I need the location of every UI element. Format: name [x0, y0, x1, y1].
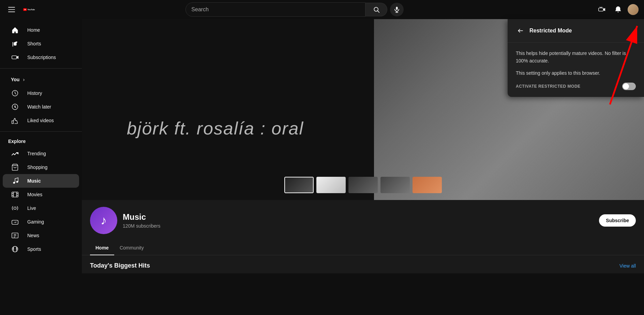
channel-section: ♪ Music 120M subscribers Subscribe: [82, 200, 644, 241]
thumbnail-4[interactable]: [380, 177, 410, 193]
svg-text:YouTube: YouTube: [27, 9, 35, 11]
svg-point-34: [16, 222, 16, 222]
tab-community[interactable]: Community: [114, 241, 149, 255]
search-input-container: [185, 2, 365, 17]
sidebar-item-news[interactable]: News: [3, 229, 79, 242]
header-left: YouTube: [5, 3, 87, 16]
svg-rect-15: [12, 56, 17, 59]
search-button[interactable]: [365, 3, 387, 16]
restricted-back-button[interactable]: [516, 26, 525, 35]
sidebar-item-shorts[interactable]: Shorts: [3, 37, 79, 51]
avatar[interactable]: [628, 4, 639, 15]
sidebar-shorts-label: Shorts: [27, 41, 41, 46]
sidebar-item-live[interactable]: Live: [3, 201, 79, 215]
svg-rect-23: [12, 192, 18, 197]
channel-avatar[interactable]: ♪: [90, 207, 117, 234]
sidebar-item-subscriptions[interactable]: Subscriptions: [3, 51, 79, 64]
sidebar-item-home[interactable]: Home: [3, 23, 79, 37]
sidebar-item-gaming[interactable]: Gaming: [3, 215, 79, 229]
search-input[interactable]: [186, 3, 365, 16]
channel-subscribers: 120M subscribers: [123, 223, 594, 229]
sidebar-item-trending[interactable]: Trending: [3, 147, 79, 160]
channel-name: Music: [123, 212, 594, 222]
svg-point-30: [14, 207, 16, 209]
mic-button[interactable]: [390, 3, 404, 16]
gaming-icon: [11, 218, 19, 226]
thumb-img-3: [348, 177, 378, 193]
sidebar-item-movies[interactable]: Movies: [3, 188, 79, 201]
thumb-img-5: [413, 177, 442, 193]
notifications-button[interactable]: [611, 3, 625, 16]
live-icon: [11, 204, 19, 212]
sidebar-history-label: History: [27, 90, 42, 96]
channel-avatar-icon: ♪: [101, 213, 107, 228]
sidebar-item-sports[interactable]: Sports: [3, 242, 79, 256]
search-bar: [185, 2, 404, 17]
svg-rect-11: [599, 8, 603, 11]
restricted-toggle-label: ACTIVATE RESTRICTED MODE: [516, 84, 581, 89]
create-button[interactable]: [595, 3, 609, 16]
svg-point-19: [14, 106, 16, 108]
thumbnail-5[interactable]: [413, 177, 442, 193]
sidebar-item-shopping[interactable]: Shopping: [3, 160, 79, 174]
restricted-title: Restricted Mode: [529, 28, 572, 34]
history-icon: [11, 89, 19, 97]
svg-marker-16: [17, 56, 19, 59]
sidebar-you[interactable]: You ›: [3, 73, 79, 86]
sidebar-live-label: Live: [27, 205, 36, 211]
sidebar-gaming-label: Gaming: [27, 219, 44, 225]
restricted-toggle-row: ACTIVATE RESTRICTED MODE: [516, 83, 636, 90]
subscriptions-icon: [11, 53, 19, 61]
news-icon: [11, 231, 19, 240]
sidebar-item-liked-videos[interactable]: Liked videos: [3, 114, 79, 127]
sidebar-item-watch-later[interactable]: Watch later: [3, 100, 79, 114]
youtube-logo[interactable]: YouTube: [23, 5, 35, 14]
thumbnail-1[interactable]: [284, 177, 314, 193]
svg-rect-8: [396, 7, 398, 10]
section-title: Today's Biggest Hits: [90, 262, 150, 269]
header: YouTube: [0, 0, 644, 19]
sports-icon: [11, 245, 19, 253]
svg-point-22: [16, 181, 18, 183]
restricted-description: This helps hide potentially mature video…: [516, 49, 636, 65]
menu-button[interactable]: [5, 3, 18, 16]
view-all-link[interactable]: View all: [619, 263, 636, 269]
thumb-img-4: [380, 177, 410, 193]
svg-rect-2: [8, 12, 15, 12]
sidebar-home-label: Home: [27, 27, 40, 33]
sidebar-trending-label: Trending: [27, 151, 46, 156]
restricted-body: This helps hide potentially mature video…: [508, 43, 644, 97]
sidebar-item-music[interactable]: Music: [3, 174, 79, 188]
sidebar-music-label: Music: [27, 178, 41, 184]
channel-tabs: Home Community: [82, 241, 644, 255]
thumb-img-2: [316, 177, 346, 193]
shopping-icon: [11, 163, 19, 171]
sidebar-divider-1: [0, 68, 82, 69]
sidebar-item-history[interactable]: History: [3, 86, 79, 100]
svg-line-7: [378, 11, 379, 13]
sidebar-you-label: You: [11, 77, 19, 82]
svg-marker-12: [603, 8, 605, 11]
channel-info: Music 120M subscribers: [123, 212, 594, 229]
svg-rect-0: [8, 7, 15, 8]
sidebar-sports-label: Sports: [27, 246, 41, 252]
avatar-image: [628, 4, 639, 15]
thumbnail-3[interactable]: [348, 177, 378, 193]
restricted-mode-toggle[interactable]: [622, 83, 636, 90]
sidebar-movies-label: Movies: [27, 192, 42, 197]
chevron-right-icon: ›: [23, 77, 25, 82]
subscribe-button[interactable]: Subscribe: [599, 214, 636, 227]
thumb-img-1: [285, 177, 313, 192]
explore-section-title: Explore: [0, 136, 82, 147]
sidebar-watch-later-label: Watch later: [27, 104, 51, 110]
tab-home[interactable]: Home: [90, 241, 114, 255]
svg-rect-1: [8, 9, 15, 10]
restricted-mode-panel: Restricted Mode This helps hide potentia…: [508, 19, 644, 97]
header-right: [595, 3, 639, 16]
sidebar-subscriptions-label: Subscriptions: [27, 55, 56, 60]
restricted-header: Restricted Mode: [508, 19, 644, 43]
sidebar-shopping-label: Shopping: [27, 164, 47, 170]
shorts-icon: [11, 40, 19, 48]
restricted-browser-note: This setting only applies to this browse…: [516, 70, 636, 76]
thumbnail-2[interactable]: [316, 177, 346, 193]
